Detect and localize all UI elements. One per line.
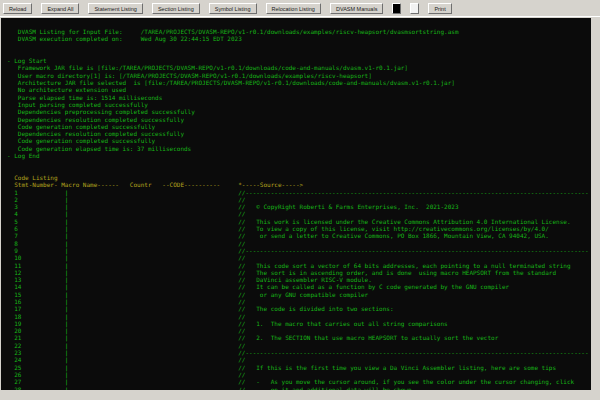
toolbar-button-symbol-listing[interactable]: Symbol Listing [209, 3, 257, 14]
terminal-line: 14 | // It can be called as a function b… [7, 283, 589, 290]
terminal-line: 16 | // [7, 298, 589, 305]
terminal-line: Code generation completed successfully [7, 123, 589, 130]
terminal-line [7, 167, 589, 174]
terminal-line: 20 | // [7, 327, 589, 334]
terminal-line: - Log Start [7, 57, 589, 64]
terminal-line: 26 | // [7, 371, 589, 378]
terminal-line: DVASM Listing for Input File: /TAREA/PRO… [7, 28, 589, 35]
terminal-line: 1 | //----------------------------------… [7, 189, 589, 196]
toolbar-button-print[interactable]: Print [428, 3, 451, 14]
terminal-line: 7 | // or send a letter to Creative Comm… [7, 232, 589, 239]
terminal-line: Input parsing completed successfully [7, 101, 589, 108]
terminal-line: 15 | // or any GNU compatible compiler [7, 291, 589, 298]
toolbar-button-dvasm-manuals[interactable]: DVASM Manuals [330, 3, 383, 14]
terminal-line: 25 | // If this is the first time you vi… [7, 364, 589, 371]
terminal-line [7, 159, 589, 166]
white-color-swatch-button[interactable] [410, 3, 419, 14]
toolbar-button-expand-all[interactable]: Expand All [41, 3, 79, 14]
terminal-line: Architecture JAR file selected is [file:… [7, 79, 589, 86]
terminal-line: User macro directory[1] is: [/TAREA/PROJ… [7, 72, 589, 79]
terminal-line: Dependencies preprocessing completed suc… [7, 108, 589, 115]
terminal-line: 17 | // The code is divided into two sec… [7, 305, 589, 312]
dvasm-listing-window: ReloadExpand AllStatement ListingSection… [0, 0, 600, 400]
terminal-line: 4 | // [7, 210, 589, 217]
terminal-line: 11 | // This code sort a vector of 64 bi… [7, 262, 589, 269]
terminal-line: Parse elapsed time is: 1514 milliseconds [7, 94, 589, 101]
terminal-line: DVASM execution completed on: Wed Aug 30… [7, 35, 589, 42]
terminal-line: 5 | // This work is licensed under the C… [7, 218, 589, 225]
toolbar-button-section-listing[interactable]: Section Listing [152, 3, 200, 14]
black-color-swatch-button[interactable] [392, 3, 401, 14]
toolbar-button-statement-listing[interactable]: Statement Listing [88, 3, 143, 14]
terminal-line: 9 | //----------------------------------… [7, 247, 589, 254]
terminal-line: Code generation elapsed time is: 37 mill… [7, 145, 589, 152]
terminal-line: Stmt-Number- Macro Name------ Countr --C… [7, 181, 589, 188]
terminal-line: 28 | // on it and additional data will b… [7, 386, 589, 390]
terminal-line: - Log End [7, 152, 589, 159]
terminal-line: 23 | //---------------------------------… [7, 349, 589, 356]
terminal-line: Code Listing [7, 174, 589, 181]
terminal-line: Code generation completed successfully [7, 137, 589, 144]
terminal-line [7, 43, 589, 50]
terminal-text: DVASM Listing for Input File: /TAREA/PRO… [7, 28, 589, 390]
terminal-line: Framework JAR file is [file:/TAREA/PROJE… [7, 64, 589, 71]
terminal-line: 2 | // [7, 196, 589, 203]
terminal-line: 10 | // [7, 254, 589, 261]
toolbar-button-relocation-listing[interactable]: Relocation Listing [266, 3, 321, 14]
listing-screen: DVASM Listing for Input File: /TAREA/PRO… [1, 18, 591, 390]
terminal-line: 18 | // [7, 313, 589, 320]
terminal-line: Dependencies resolution completed succes… [7, 130, 589, 137]
terminal-line: 12 | // The sort is in ascending order, … [7, 269, 589, 276]
terminal-line [7, 50, 589, 57]
terminal-line: 22 | // [7, 342, 589, 349]
terminal-line: 19 | // 1. The macro that carries out al… [7, 320, 589, 327]
terminal-line: 24 | // [7, 356, 589, 363]
terminal-line: 13 | // DaVinci assembler RISC-V module. [7, 276, 589, 283]
terminal-line: 8 | // [7, 240, 589, 247]
toolbar: ReloadExpand AllStatement ListingSection… [0, 0, 600, 17]
terminal-line: 6 | // To view a copy of this license, v… [7, 225, 589, 232]
terminal-line: Dependencies resolution completed succes… [7, 116, 589, 123]
terminal-line: No architecture extension used [7, 86, 589, 93]
toolbar-button-reload[interactable]: Reload [3, 3, 32, 14]
terminal-line: 21 | // 2. The SECTION that use macro HE… [7, 334, 589, 341]
terminal-line: 27 | // - As you move the cursor around,… [7, 378, 589, 385]
terminal-line: 3 | // © CopyRight Roberti & Farms Enter… [7, 203, 589, 210]
